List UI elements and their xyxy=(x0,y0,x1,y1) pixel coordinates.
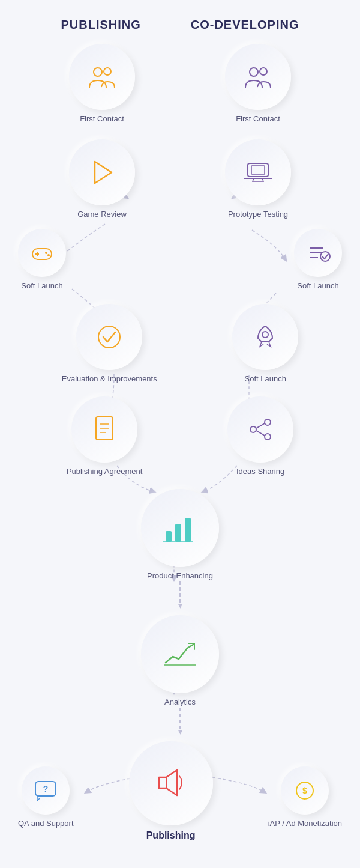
co-first-contact-node: First Contact xyxy=(225,44,291,124)
svg-point-23 xyxy=(250,426,256,432)
publishing-header: PUBLISHING xyxy=(61,18,140,32)
pub-first-contact-node: First Contact xyxy=(69,44,135,124)
ideas-sharing-circle xyxy=(227,396,293,463)
diagram: First Contact First Contact xyxy=(0,38,360,843)
iap-label: iAP / Ad Monetization xyxy=(268,818,342,829)
analytics-node: Analytics xyxy=(141,615,219,708)
ideas-sharing-node: Ideas Sharing xyxy=(227,396,293,477)
svg-line-26 xyxy=(256,431,265,436)
pub-first-contact-circle xyxy=(69,44,135,110)
svg-rect-28 xyxy=(175,524,181,542)
co-soft-launch-small-circle xyxy=(294,229,342,277)
svg-line-25 xyxy=(256,423,265,428)
product-enhancing-circle xyxy=(141,489,219,567)
co-soft-launch-big-node: Soft Launch xyxy=(232,304,298,384)
product-enhancing-label: Product Enhancing xyxy=(147,571,213,581)
product-enhancing-node: Product Enhancing xyxy=(141,489,219,581)
pub-agreement-node: Publishing Agreement xyxy=(67,396,142,477)
iap-circle: $ xyxy=(281,766,329,815)
ideas-sharing-label: Ideas Sharing xyxy=(236,466,284,477)
publishing-final-label: Publishing xyxy=(146,829,196,842)
svg-point-24 xyxy=(265,434,271,440)
pub-soft-launch-label: Soft Launch xyxy=(21,281,62,291)
qa-support-circle: ? xyxy=(22,766,70,815)
qa-support-node: ? QA and Support xyxy=(18,766,74,829)
analytics-label: Analytics xyxy=(164,697,196,708)
page: PUBLISHING CO-DEVELOPING xyxy=(0,0,360,867)
publishing-final-node: Publishing xyxy=(129,741,213,842)
evaluation-circle xyxy=(76,304,142,370)
svg-point-22 xyxy=(265,419,271,425)
svg-point-0 xyxy=(94,68,102,76)
game-review-circle xyxy=(69,139,135,205)
qa-support-label: QA and Support xyxy=(18,818,74,829)
co-soft-launch-big-circle xyxy=(232,304,298,370)
game-review-node: Game Review xyxy=(69,139,135,220)
svg-rect-29 xyxy=(185,518,191,542)
pub-soft-launch-node: Soft Launch xyxy=(18,229,66,291)
prototype-testing-label: Prototype Testing xyxy=(228,209,288,220)
arrow-to-analytics xyxy=(178,581,182,610)
svg-point-3 xyxy=(260,68,267,75)
prototype-testing-node: Prototype Testing xyxy=(225,139,291,220)
svg-point-10 xyxy=(45,252,47,254)
game-review-label: Game Review xyxy=(77,209,127,220)
iap-node: $ iAP / Ad Monetization xyxy=(268,766,342,829)
svg-rect-6 xyxy=(251,166,265,174)
svg-point-17 xyxy=(262,332,268,338)
co-soft-launch-small-label: Soft Launch xyxy=(297,281,338,291)
codeveloping-header: CO-DEVELOPING xyxy=(191,18,299,32)
svg-point-11 xyxy=(47,254,50,256)
pub-soft-launch-circle xyxy=(18,229,66,277)
prototype-testing-circle xyxy=(225,139,291,205)
svg-rect-7 xyxy=(32,249,52,259)
svg-point-1 xyxy=(104,68,111,75)
arrow-to-publishing xyxy=(178,708,182,736)
svg-point-2 xyxy=(250,68,258,76)
pub-agreement-circle xyxy=(71,396,137,463)
co-first-contact-label: First Contact xyxy=(236,114,280,124)
svg-text:?: ? xyxy=(43,784,49,794)
header: PUBLISHING CO-DEVELOPING xyxy=(0,0,360,38)
analytics-circle xyxy=(141,615,219,693)
co-soft-launch-big-label: Soft Launch xyxy=(245,374,286,384)
co-soft-launch-small-node: Soft Launch xyxy=(294,229,342,291)
evaluation-label: Evaluation & Improvements xyxy=(62,374,157,384)
svg-text:$: $ xyxy=(302,786,307,795)
svg-marker-4 xyxy=(95,162,112,183)
pub-agreement-label: Publishing Agreement xyxy=(67,466,142,477)
svg-point-16 xyxy=(98,326,120,348)
publishing-final-circle xyxy=(129,741,213,825)
evaluation-node: Evaluation & Improvements xyxy=(62,304,157,384)
co-first-contact-circle xyxy=(225,44,291,110)
pub-first-contact-label: First Contact xyxy=(80,114,124,124)
svg-rect-27 xyxy=(166,531,172,542)
